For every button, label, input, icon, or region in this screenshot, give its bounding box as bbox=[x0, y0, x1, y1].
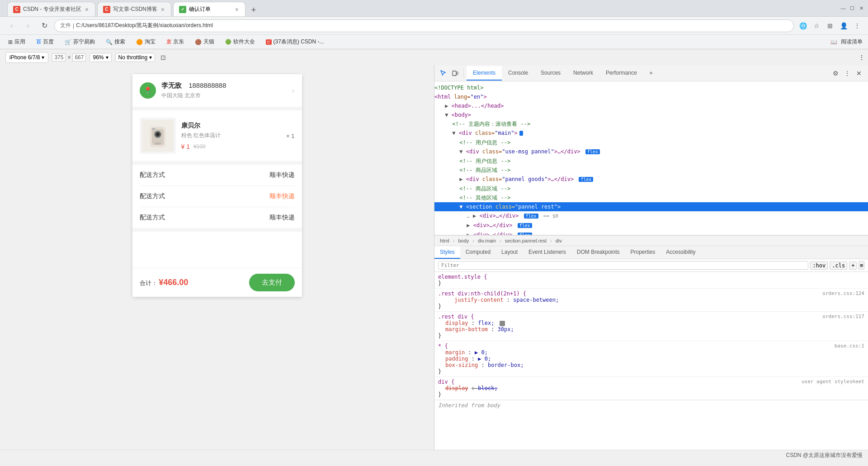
main-expand[interactable]: ▼ bbox=[452, 130, 455, 136]
bc-div[interactable]: div bbox=[554, 237, 564, 244]
body-expand[interactable]: ▼ bbox=[445, 112, 448, 118]
device-toggle-icon[interactable] bbox=[450, 68, 461, 79]
dom-comment-other[interactable]: <!-- 其他区域 --> bbox=[434, 193, 868, 202]
style-tab-breakpoints[interactable]: DOM Breakpoints bbox=[571, 246, 625, 259]
head-expand[interactable]: ▶ bbox=[445, 103, 448, 109]
zoom-selector[interactable]: 96% ▾ bbox=[90, 53, 111, 62]
profile-icon[interactable]: 👤 bbox=[838, 20, 849, 31]
minimize-button[interactable]: — bbox=[840, 5, 846, 11]
bc-body[interactable]: body bbox=[456, 237, 471, 244]
tab-console[interactable]: Console bbox=[502, 66, 534, 81]
dom-section-pannel[interactable]: ▼ <section class="pannel rest"> bbox=[434, 202, 868, 211]
style-rule-nth: .rest div:nth-child(2n+1) { orders.css:1… bbox=[434, 289, 868, 312]
tab-close-order[interactable]: × bbox=[234, 5, 240, 14]
throttle-selector[interactable]: No throttling ▾ bbox=[115, 53, 156, 62]
style-tab-layout[interactable]: Layout bbox=[496, 246, 523, 259]
new-tab-button[interactable]: + bbox=[247, 4, 260, 16]
tab-sources[interactable]: Sources bbox=[534, 66, 567, 81]
tab-order[interactable]: ✓ 确认订单 × bbox=[173, 2, 245, 16]
bookmark-taobao[interactable]: 🟠 淘宝 bbox=[133, 37, 158, 47]
bookmark-search[interactable]: 🔍 搜索 bbox=[103, 37, 128, 47]
style-tab-properties[interactable]: Properties bbox=[625, 246, 661, 259]
star-source[interactable]: base.css:1 bbox=[835, 343, 864, 349]
reading-mode-icon[interactable]: 📖 bbox=[830, 39, 837, 45]
dom-div-child1[interactable]: … ▶ <div>…</div> flex == $0 bbox=[434, 211, 868, 221]
dom-div-child2[interactable]: ▶ <div>…</div> flex bbox=[434, 221, 868, 230]
bc-html[interactable]: html bbox=[438, 237, 451, 244]
bookmark-csdn[interactable]: C (37条消息) CSDN -... bbox=[263, 37, 327, 47]
address-card[interactable]: 📍 李无敌 1888888888 中国大陆 北京市 › bbox=[132, 74, 302, 110]
dom-pannel-goods[interactable]: ▶ <div class="pannel goods">…</div> flex bbox=[434, 175, 868, 184]
tab-performance[interactable]: Performance bbox=[599, 66, 643, 81]
refresh-button[interactable]: ↻ bbox=[38, 19, 51, 32]
menu-icon[interactable]: ⋮ bbox=[852, 20, 863, 31]
bc-divmain[interactable]: div.main bbox=[476, 237, 498, 244]
dom-doctype[interactable]: <!DOCTYPE html> bbox=[434, 83, 868, 92]
dom-comment-main-1[interactable]: <!-- 主题内容：滚动查看 --> bbox=[434, 119, 868, 128]
tab-more[interactable]: » bbox=[643, 66, 659, 81]
style-filter-input[interactable] bbox=[438, 261, 808, 270]
bookmark-icon[interactable]: ☆ bbox=[811, 20, 822, 31]
tab-close-write[interactable]: × bbox=[160, 5, 165, 14]
dom-comment-user[interactable]: <!-- 用户信息 --> bbox=[434, 138, 868, 147]
element-picker-icon[interactable] bbox=[438, 68, 449, 79]
bc-section[interactable]: section.pannel.rest bbox=[503, 237, 548, 244]
extensions-icon[interactable]: ⊞ bbox=[825, 20, 835, 31]
usemsg-expand[interactable]: ▼ bbox=[459, 148, 462, 155]
dom-html[interactable]: <html lang="en"> bbox=[434, 92, 868, 101]
url-bar[interactable]: 文件 | C:/Users/86187/Desktop/黑马案例/xiaotux… bbox=[54, 19, 794, 32]
device-selector[interactable]: iPhone 6/7/8 ▾ bbox=[5, 52, 48, 63]
dom-comment-goods[interactable]: <!-- 商品区域 --> bbox=[434, 166, 868, 175]
tab-close-csdn[interactable]: × bbox=[84, 5, 90, 14]
dom-div-main[interactable]: ▼ <div class="main"> bbox=[434, 128, 868, 138]
cls-filter-btn[interactable]: .cls bbox=[830, 262, 847, 270]
section-expand[interactable]: ▼ bbox=[459, 204, 462, 210]
tab-csdn[interactable]: C CSDN - 专业开发者社区 × bbox=[7, 2, 95, 16]
forward-button[interactable]: › bbox=[22, 19, 34, 32]
style-tab-events[interactable]: Event Listeners bbox=[523, 246, 571, 259]
style-tab-accessibility[interactable]: Accessibility bbox=[660, 246, 701, 259]
translate-icon[interactable]: 🌐 bbox=[797, 20, 808, 31]
tab-network[interactable]: Network bbox=[567, 66, 599, 81]
pay-button[interactable]: 去支付 bbox=[249, 274, 295, 291]
bookmark-baidu[interactable]: 百 百度 bbox=[33, 37, 57, 47]
dom-div-child3[interactable]: ▶ <div>…</div> flex bbox=[434, 230, 868, 235]
tab-write[interactable]: C 写文章-CSDN博客 × bbox=[97, 2, 171, 16]
dom-comment-goods2[interactable]: <!-- 商品区域 --> bbox=[434, 184, 868, 193]
device-fit-icon[interactable]: ⊡ bbox=[159, 53, 168, 62]
devtools-close-icon[interactable]: ✕ bbox=[854, 68, 864, 79]
bookmark-software[interactable]: 🟢 软件大全 bbox=[222, 37, 258, 47]
dom-use-msg[interactable]: ▼ <div class="use-msg pannel">…</div> fl… bbox=[434, 147, 868, 157]
pgoods-expand[interactable]: ▶ bbox=[459, 176, 462, 182]
nth-source[interactable]: orders.css:124 bbox=[822, 290, 864, 297]
bookmark-tmall[interactable]: 🟤 天猫 bbox=[192, 37, 217, 47]
height-value[interactable]: 667 bbox=[72, 53, 86, 62]
style-tab-styles[interactable]: Styles bbox=[434, 246, 460, 259]
style-tab-computed[interactable]: Computed bbox=[460, 246, 496, 259]
bookmark-jd[interactable]: 京 京东 bbox=[164, 37, 187, 47]
devtools-more-icon[interactable]: ⋮ bbox=[842, 68, 853, 79]
address-arrow-icon[interactable]: › bbox=[292, 86, 295, 95]
plus-filter-btn[interactable]: + bbox=[849, 262, 857, 270]
margin-prop: margin bbox=[445, 349, 465, 356]
devtools-settings-icon[interactable]: ⚙ bbox=[830, 68, 841, 79]
pgoods-class-attr: class= bbox=[482, 176, 502, 182]
rest-row-2[interactable]: 配送方式 顺丰快递 bbox=[140, 186, 295, 207]
dom-comment-user2[interactable]: <!-- 用户信息 --> bbox=[434, 157, 868, 166]
child1-expand[interactable]: ▶ bbox=[473, 213, 476, 219]
rest-div-source[interactable]: orders.css:117 bbox=[822, 314, 864, 320]
devtools-bar-menu[interactable]: ⋮ bbox=[859, 54, 864, 61]
hov-filter-btn[interactable]: :hov bbox=[810, 262, 828, 270]
bookmark-suning[interactable]: 🛒 苏宁易购 bbox=[62, 37, 98, 47]
dom-body[interactable]: ▼ <body> bbox=[434, 110, 868, 119]
close-button[interactable]: ✕ bbox=[858, 5, 864, 11]
back-button[interactable]: ‹ bbox=[5, 19, 18, 32]
style-layout-toggle[interactable]: ⊞ bbox=[859, 261, 864, 270]
dom-head[interactable]: ▶ <head>...</head> bbox=[434, 101, 868, 110]
child2-expand[interactable]: ▶ bbox=[467, 222, 470, 228]
width-value[interactable]: 375 bbox=[52, 53, 66, 62]
maximize-button[interactable]: ☐ bbox=[849, 5, 855, 11]
tab-elements[interactable]: Elements bbox=[467, 66, 502, 81]
child3-expand[interactable]: ▶ bbox=[467, 232, 470, 235]
bookmark-apps[interactable]: ⊞ 应用 bbox=[5, 37, 28, 47]
